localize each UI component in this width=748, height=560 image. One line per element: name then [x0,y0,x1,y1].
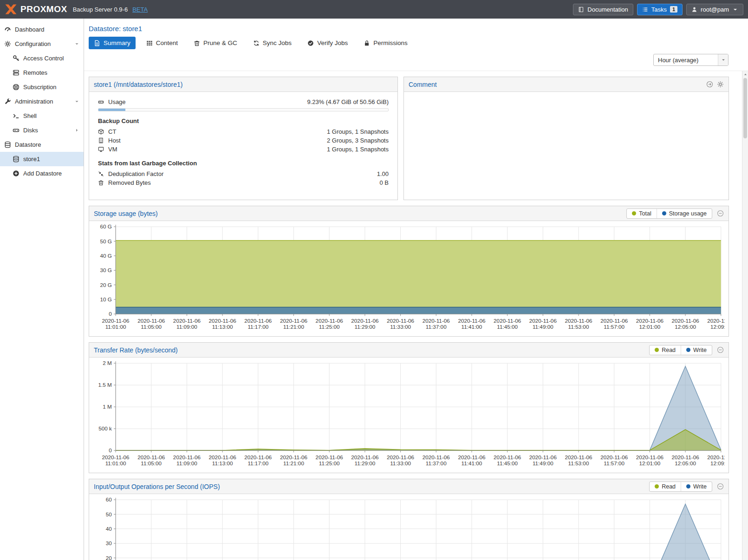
svg-text:2020-11-06: 2020-11-06 [707,318,725,324]
sidebar-item-label: Dashboard [15,26,79,33]
sidebar-item-administration[interactable]: Administration [0,94,84,109]
svg-text:2020-11-06: 2020-11-06 [316,454,344,460]
comment-panel: Comment [403,77,729,200]
tab-verify-jobs[interactable]: Verify Jobs [302,37,353,49]
tab-permissions[interactable]: Permissions [358,37,413,49]
sidebar-item-add-datastore[interactable]: Add Datastore [0,166,84,181]
legend-item-total[interactable]: Total [627,209,656,218]
proxmox-logo[interactable]: PROXMOX [5,4,67,14]
svg-text:2020-11-06: 2020-11-06 [209,454,237,460]
desktop-icon [98,146,104,152]
tab-label: Permissions [373,39,408,46]
svg-text:40 G: 40 G [100,253,111,259]
sidebar-item-dashboard[interactable]: Dashboard [0,22,84,37]
row-value: 1.00 [377,170,389,177]
svg-text:2020-11-06: 2020-11-06 [636,454,664,460]
sidebar-item-shell[interactable]: Shell [0,109,84,123]
gear-icon[interactable] [717,81,724,88]
sidebar-item-label: Configuration [15,40,71,47]
legend-item-write[interactable]: Write [681,345,712,355]
svg-text:30: 30 [106,540,112,546]
comment-body[interactable] [404,92,728,200]
usage-label: Usage [108,98,126,105]
caret-down-icon[interactable] [74,99,79,104]
tasks-button[interactable]: Tasks 1 [637,4,683,15]
svg-text:11:49:00: 11:49:00 [533,324,553,330]
lock-icon [364,40,370,46]
svg-text:500 k: 500 k [98,425,112,431]
svg-text:2020-11-06: 2020-11-06 [494,318,521,324]
sidebar-item-configuration[interactable]: Configuration [0,37,84,51]
svg-text:10 G: 10 G [100,296,111,302]
legend-item-read[interactable]: Read [650,345,681,355]
svg-text:2020-11-06: 2020-11-06 [102,454,130,460]
svg-text:2020-11-06: 2020-11-06 [600,454,628,460]
svg-text:2020-11-06: 2020-11-06 [565,318,592,324]
chevron-down-icon [721,58,726,62]
legend-item-write[interactable]: Write [681,482,712,491]
svg-text:2020-11-06: 2020-11-06 [351,318,379,324]
legend-item-storage-usage[interactable]: Storage usage [657,209,712,218]
scrollbar-thumb[interactable] [743,78,747,138]
svg-text:2020-11-06: 2020-11-06 [458,454,486,460]
svg-text:2020-11-06: 2020-11-06 [529,318,557,324]
documentation-button[interactable]: Documentation [573,4,633,15]
gc-stats-title: Stats from last Garbage Collection [98,160,389,167]
svg-text:2020-11-06: 2020-11-06 [600,318,628,324]
svg-text:11:49:00: 11:49:00 [533,460,553,466]
expand-icon[interactable] [706,81,713,88]
compress-icon [98,171,104,177]
combo-trigger[interactable] [718,54,728,65]
svg-text:12:01:00: 12:01:00 [639,324,661,330]
svg-text:11:57:00: 11:57:00 [604,324,624,330]
sidebar-item-label: Subscription [23,84,79,91]
main-content: Datastore: store1 SummaryContentPrune & … [84,19,748,560]
svg-text:11:37:00: 11:37:00 [426,460,447,466]
sidebar-item-disks[interactable]: Disks [0,123,84,137]
scroll-up-button[interactable] [742,71,748,78]
tab-sync-jobs[interactable]: Sync Jobs [248,37,297,49]
svg-text:50 G: 50 G [100,238,111,244]
legend-item-read[interactable]: Read [650,482,681,491]
svg-text:2020-11-06: 2020-11-06 [458,318,486,324]
beta-link[interactable]: BETA [132,6,148,13]
svg-text:2020-11-06: 2020-11-06 [173,454,201,460]
caret-down-icon[interactable] [74,41,79,46]
collapse-icon[interactable] [717,210,724,217]
svg-text:11:53:00: 11:53:00 [568,324,589,330]
sidebar-item-datastore[interactable]: Datastore [0,137,84,152]
usage-progress-fill [98,109,125,111]
collapse-icon[interactable] [717,346,724,353]
legend-label: Write [693,483,707,490]
backup-count-rows: CT1 Groups, 1 SnapshotsHost2 Groups, 3 S… [98,127,389,154]
sidebar-item-store1[interactable]: store1 [0,152,84,166]
user-menu-button[interactable]: root@pam [686,4,743,15]
caret-right-icon[interactable] [74,128,79,133]
legend-label: Write [693,347,707,353]
chart-title: Input/Output Operations per Second (IOPS… [94,483,220,490]
tab-prune-gc[interactable]: Prune & GC [189,37,242,49]
collapse-icon[interactable] [717,483,724,490]
sidebar-item-subscription[interactable]: Subscription [0,80,84,94]
sidebar-item-access-control[interactable]: Access Control [0,51,84,65]
vertical-scrollbar[interactable] [742,71,748,560]
svg-text:1.5 M: 1.5 M [98,382,112,388]
svg-text:2020-11-06: 2020-11-06 [137,454,165,460]
timeframe-combobox[interactable]: Hour (average) [653,54,728,66]
tab-label: Summary [104,39,130,46]
tab-summary[interactable]: Summary [89,37,136,49]
iops-chart: 01020304050602020-11-0611:01:002020-11-0… [93,496,725,560]
panel-title: store1 (/mnt/datastores/store1) [94,81,182,88]
tab-content[interactable]: Content [141,37,183,49]
svg-text:11:29:00: 11:29:00 [354,460,375,466]
svg-text:11:05:00: 11:05:00 [141,460,162,466]
svg-text:2 M: 2 M [103,360,112,366]
svg-text:11:01:00: 11:01:00 [105,324,126,330]
svg-text:2020-11-06: 2020-11-06 [672,318,700,324]
sidebar-item-remotes[interactable]: Remotes [0,65,84,80]
row-label: Host [108,137,121,144]
store1-panel: store1 (/mnt/datastores/store1) Usage 9.… [89,77,398,200]
row-label: CT [108,128,116,135]
database-icon [4,141,11,148]
svg-text:11:21:00: 11:21:00 [283,460,304,466]
